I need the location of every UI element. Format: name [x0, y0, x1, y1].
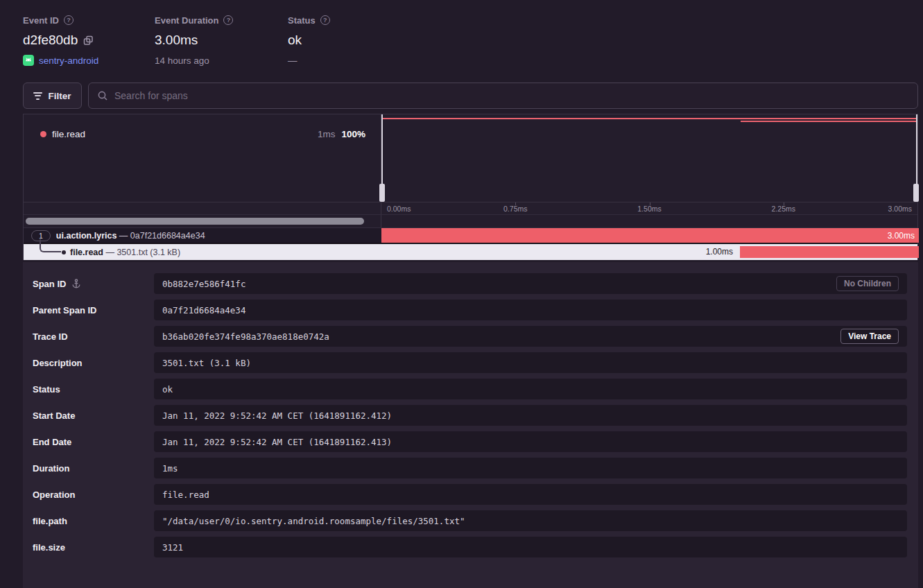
detail-row-description: Description 3501.txt (3.1 kB) — [33, 352, 918, 373]
tree-connector — [40, 242, 61, 252]
detail-label: file.path — [33, 516, 67, 526]
status-label: Status — [288, 15, 316, 26]
detail-label: End Date — [33, 437, 71, 447]
detail-label: Span ID — [33, 279, 66, 289]
span-search[interactable] — [88, 83, 918, 109]
detail-value: ok — [162, 384, 173, 395]
detail-label: Trace ID — [33, 331, 68, 342]
event-time-ago: 14 hours ago — [155, 55, 209, 66]
search-icon — [97, 90, 108, 101]
detail-label: file.size — [33, 542, 65, 553]
copy-icon[interactable] — [83, 35, 94, 46]
no-children-button: No Children — [836, 276, 899, 291]
anchor-icon[interactable] — [71, 279, 81, 288]
minimap-span-bar-1 — [381, 118, 917, 119]
detail-row-start-date: Start Date Jan 11, 2022 9:52:42 AM CET (… — [33, 405, 918, 426]
detail-label: Parent Span ID — [33, 305, 96, 315]
filter-button-label: Filter — [48, 91, 71, 101]
event-id-column: Event ID ? d2fe80db s — [23, 14, 155, 67]
span-duration-bar[interactable]: 3.00ms — [381, 228, 919, 243]
span-details-panel: Span ID 0b882e7e586f41fc No Children Par… — [23, 262, 918, 588]
axis-tick: 0.75ms — [503, 202, 527, 215]
detail-row-span-id: Span ID 0b882e7e586f41fc No Children — [33, 273, 918, 294]
legend-item-file-read[interactable]: file.read 1ms 100% — [24, 129, 381, 139]
detail-value: 0a7f21d6684a4e34 — [162, 305, 245, 315]
detail-row-operation: Operation file.read — [33, 484, 918, 505]
status-value: ok — [288, 33, 302, 48]
span-row-file-read-selected[interactable]: file.read — 3501.txt (3.1 kB) 1.00ms — [24, 244, 917, 260]
event-id-label: Event ID — [23, 15, 59, 26]
detail-label: Start Date — [33, 410, 75, 421]
project-link[interactable]: sentry-android — [39, 55, 98, 66]
axis-tick: 0.00ms — [387, 202, 411, 215]
detail-value: file.read — [162, 490, 209, 500]
detail-value: "/data/user/0/io.sentry.android.roomsamp… — [162, 516, 465, 526]
detail-value: 1ms — [162, 463, 178, 474]
scrollbar-thumb[interactable] — [26, 218, 364, 225]
trace-minimap[interactable] — [381, 114, 917, 202]
detail-row-end-date: End Date Jan 11, 2022 9:52:42 AM CET (16… — [33, 431, 918, 452]
detail-value: Jan 11, 2022 9:52:42 AM CET (1641891162.… — [162, 410, 392, 421]
minimap-span-bar-2 — [741, 121, 917, 122]
event-duration-value: 3.00ms — [155, 33, 198, 48]
filter-icon — [33, 92, 42, 100]
help-icon[interactable]: ? — [223, 15, 233, 25]
axis-tick: 2.25ms — [772, 202, 795, 215]
axis-tick: 1.50ms — [637, 202, 661, 215]
detail-row-duration: Duration 1ms — [33, 458, 918, 478]
help-icon[interactable]: ? — [320, 15, 330, 25]
detail-row-trace-id: Trace ID b36ab020fe374fe98a370ae818e0742… — [33, 326, 918, 347]
detail-value: 3501.txt (3.1 kB) — [162, 358, 251, 368]
filter-button[interactable]: Filter — [23, 83, 82, 109]
span-op: file.read — [70, 248, 103, 257]
operation-color-dot — [40, 131, 46, 137]
search-input[interactable] — [114, 90, 909, 101]
detail-value: 0b882e7e586f41fc — [162, 279, 245, 289]
span-duration-bar[interactable] — [740, 246, 919, 258]
detail-row-parent-span-id: Parent Span ID 0a7f21d6684a4e34 — [33, 300, 918, 320]
operation-percent: 100% — [341, 129, 365, 139]
axis-tick: 3.00ms — [888, 202, 912, 215]
help-icon[interactable]: ? — [64, 15, 74, 25]
span-row-ui-action-lyrics[interactable]: 1 ui.action.lyrics — 0a7f21d6684a4e34 3.… — [24, 228, 917, 244]
span-suffix: — 0a7f21d6684a4e34 — [119, 231, 205, 241]
minimap-right-handle[interactable] — [916, 114, 917, 202]
span-suffix: — 3501.txt (3.1 kB) — [105, 248, 180, 257]
operations-breakdown-panel: file.read 1ms 100% — [24, 114, 381, 202]
span-duration-label: 3.00ms — [888, 231, 915, 241]
detail-value: 3121 — [162, 542, 183, 553]
status-column: Status ? ok — — [288, 14, 330, 67]
android-icon — [23, 55, 34, 66]
status-sub: — — [288, 55, 297, 66]
detail-value: b36ab020fe374fe98a370ae818e0742a — [162, 331, 329, 342]
minimap-left-handle[interactable] — [381, 114, 383, 202]
span-duration-label: 1.00ms — [706, 244, 733, 260]
event-id-value: d2fe80db — [23, 33, 78, 48]
detail-value: Jan 11, 2022 9:52:42 AM CET (1641891162.… — [162, 437, 392, 447]
span-op: ui.action.lyrics — [56, 231, 117, 241]
view-trace-button[interactable]: View Trace — [840, 329, 899, 344]
spans-toolbar: Filter — [23, 83, 918, 109]
event-duration-label: Event Duration — [155, 15, 218, 26]
detail-label: Operation — [33, 490, 75, 500]
detail-row-file-size: file.size 3121 — [33, 537, 918, 557]
detail-row-status: Status ok — [33, 379, 918, 399]
operation-duration: 1ms — [318, 129, 336, 139]
span-tree-scrollbar — [24, 214, 917, 228]
detail-label: Duration — [33, 463, 69, 474]
event-header: Event ID ? d2fe80db s — [23, 14, 330, 67]
detail-row-file-path: file.path "/data/user/0/io.sentry.androi… — [33, 510, 918, 531]
operation-name: file.read — [52, 129, 85, 139]
time-axis: 0.00ms 0.75ms 1.50ms 2.25ms 3.00ms — [24, 202, 917, 214]
tree-connector-dot — [62, 250, 66, 254]
event-duration-column: Event Duration ? 3.00ms 14 hours ago — [155, 14, 288, 67]
trace-view: file.read 1ms 100% 0.00ms 0.75ms 1.50ms … — [23, 114, 918, 260]
detail-label: Description — [33, 358, 83, 368]
detail-label: Status — [33, 384, 60, 395]
